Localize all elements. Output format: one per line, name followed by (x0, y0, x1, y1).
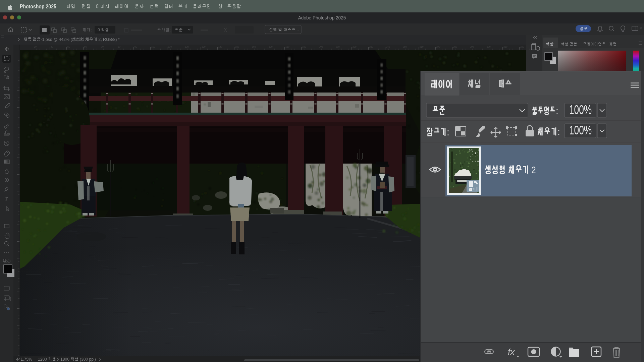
svg-text:160: 160 (252, 46, 256, 48)
svg-text:...: ... (296, 27, 299, 32)
svg-text:120: 120 (185, 46, 189, 48)
svg-text:100%: 100% (569, 103, 592, 117)
svg-text:-1.psd @ 442% (: -1.psd @ 442% ( (41, 37, 72, 42)
svg-text:220: 220 (353, 46, 357, 48)
svg-text:270: 270 (436, 46, 440, 48)
svg-text:310: 310 (503, 46, 507, 48)
svg-text:80: 80 (118, 46, 120, 48)
svg-text:Adobe Photoshop 2025: Adobe Photoshop 2025 (298, 15, 346, 20)
svg-text:100: 100 (151, 46, 155, 48)
svg-text:30: 30 (34, 46, 37, 48)
svg-text:0: 0 (98, 27, 101, 32)
svg-text:90: 90 (135, 46, 137, 48)
svg-text:x 1800: x 1800 (56, 357, 70, 362)
svg-text:Photoshop 2025: Photoshop 2025 (20, 4, 56, 9)
svg-text:320: 320 (520, 46, 524, 48)
svg-text:250: 250 (403, 46, 407, 48)
svg-text:40: 40 (51, 46, 53, 48)
svg-text:150: 150 (235, 46, 239, 48)
svg-text:70: 70 (101, 46, 104, 48)
svg-text:230: 230 (369, 46, 373, 48)
svg-text:1200: 1200 (38, 357, 48, 362)
svg-text::: : (557, 127, 560, 137)
svg-text:170: 170 (269, 46, 273, 48)
svg-text:441.75%: 441.75% (16, 357, 32, 362)
svg-text:T: T (5, 196, 8, 201)
svg-text:240: 240 (386, 46, 390, 48)
svg-text:180: 180 (285, 46, 289, 48)
svg-text::: : (91, 28, 92, 33)
svg-text:fx: fx (508, 347, 515, 357)
svg-text:2: 2 (529, 164, 536, 175)
svg-text:190: 190 (302, 46, 306, 48)
svg-text:260: 260 (420, 46, 424, 48)
svg-text:110: 110 (168, 46, 172, 48)
svg-text:60: 60 (84, 46, 87, 48)
svg-text:2, RGB/8) *: 2, RGB/8) * (97, 37, 120, 42)
svg-text:210: 210 (336, 46, 340, 48)
svg-text::: : (170, 28, 171, 33)
svg-text:(300 ppi): (300 ppi) (79, 357, 96, 362)
svg-text:50: 50 (67, 46, 70, 48)
svg-text:130: 130 (202, 46, 206, 48)
svg-text:200: 200 (319, 46, 323, 48)
svg-text::: : (556, 106, 558, 116)
svg-text:300: 300 (487, 46, 491, 48)
svg-text:280: 280 (453, 46, 457, 48)
svg-text:290: 290 (470, 46, 474, 48)
svg-text:140: 140 (218, 46, 222, 48)
svg-text::: : (447, 127, 449, 137)
svg-text:100%: 100% (569, 123, 592, 137)
